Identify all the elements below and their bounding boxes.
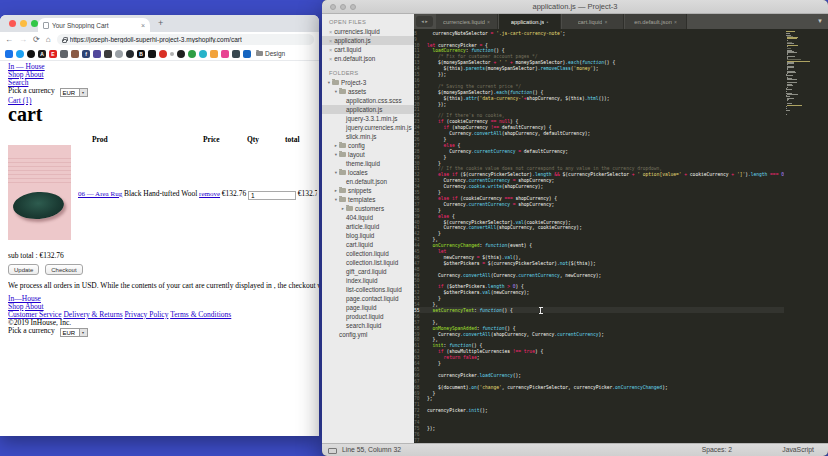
tree-file-404.liquid[interactable]: 404.liquid [322,213,414,222]
open-file-item[interactable]: ×application.js [322,36,414,45]
bookmark-icon[interactable] [115,50,123,58]
quantity-input[interactable] [248,191,296,200]
tree-folder-config[interactable]: ▸config [322,141,414,150]
bookmark-icon[interactable] [221,50,229,58]
tree-file-application.css.scss[interactable]: application.css.scss [322,96,414,105]
bookmark-icon[interactable] [71,50,79,58]
tree-file-index.liquid[interactable]: index.liquid [322,276,414,285]
tree-file-blog.liquid[interactable]: blog.liquid [322,231,414,240]
zoom-button[interactable] [350,4,356,10]
bookmark-icon[interactable] [170,52,174,56]
tree-file-config.yml[interactable]: config.yml [322,330,414,339]
tab-close-icon[interactable]: × [604,19,607,25]
tree-file-article.liquid[interactable]: article.liquid [322,222,414,231]
bookmark-icon[interactable] [27,50,35,58]
tree-file-gift_card.liquid[interactable]: gift_card.liquid [322,267,414,276]
tree-file-application.js[interactable]: application.js [322,105,414,114]
bookmark-icon[interactable] [93,50,101,58]
checkout-button[interactable]: Checkout [45,264,82,275]
reload-button[interactable]: ⟳ [33,36,40,44]
close-file-icon[interactable]: × [329,47,332,53]
address-bar[interactable]: https://joseph-bergdoll-superhi-project-… [57,34,314,45]
remove-link[interactable]: remove [199,190,220,198]
editor-tab-currencies.liquid[interactable]: currencies.liquid× [436,14,498,29]
bookmark-icon[interactable] [16,50,24,58]
editor-tab-application.js[interactable]: application.js• [499,14,561,29]
tree-folder-customers[interactable]: ▸customers [322,204,414,213]
product-link[interactable]: 06 — Area Rug [78,190,122,198]
tree-file-slick.min.js[interactable]: slick.min.js [322,132,414,141]
bookmark-icon[interactable] [104,50,112,58]
back-button[interactable]: ← [5,36,13,44]
tab-close-icon[interactable]: × [674,19,677,25]
open-file-item[interactable]: ×cart.liquid [322,45,414,54]
forward-button[interactable]: → [19,36,27,44]
minimize-button[interactable] [20,20,27,27]
syntax-setting[interactable]: JavaScript [782,444,814,456]
indent-setting[interactable]: Spaces: 2 [702,444,732,456]
tab-close-icon[interactable]: • [546,19,548,25]
secure-lock-icon[interactable] [62,39,67,43]
bookmark-icon[interactable] [243,50,251,58]
close-file-icon[interactable]: × [329,29,332,35]
bookmark-icon[interactable] [159,50,167,58]
tree-folder-Project-3[interactable]: ▾Project-3 [322,78,414,87]
tree-folder-locales[interactable]: ▾locales [322,168,414,177]
close-button[interactable] [330,4,336,10]
tree-file-en.default.json[interactable]: en.default.json [322,177,414,186]
tree-file-page.liquid[interactable]: page.liquid [322,303,414,312]
bookmark-icon[interactable]: f [82,50,90,58]
tree-file-product.liquid[interactable]: product.liquid [322,312,414,321]
tree-file-cart.liquid[interactable]: cart.liquid [322,240,414,249]
close-button[interactable] [9,20,16,27]
tree-folder-layout[interactable]: ▾layout [322,150,414,159]
tree-file-collection.liquid[interactable]: collection.liquid [322,249,414,258]
bookmark-icon[interactable] [126,50,134,58]
tree-file-theme.liquid[interactable]: theme.liquid [322,159,414,168]
bookmark-icon[interactable] [148,50,156,58]
tree-file-page.contact.liquid[interactable]: page.contact.liquid [322,294,414,303]
code-editor[interactable]: 8 currencyNoteSelector = '.js-cart-curre… [414,29,828,443]
bookmark-icon[interactable] [199,50,207,58]
tree-folder-snippets[interactable]: ▸snippets [322,186,414,195]
close-file-icon[interactable]: × [329,56,332,62]
bookmark-icon[interactable] [232,50,240,58]
footer-link[interactable]: Terms & Conditions [170,310,231,319]
footer-currency-select[interactable]: EUR ▾ [60,328,88,337]
browser-tab[interactable]: Your Shopping Cart × [38,18,150,32]
currency-select[interactable]: EUR ▾ [60,88,88,97]
close-file-icon[interactable]: × [329,38,332,44]
update-button[interactable]: Update [8,264,39,275]
bookmark-icon[interactable]: A [38,50,46,58]
home-button[interactable]: ⌂ [46,36,51,44]
editor-tab-en.default.json[interactable]: en.default.json× [625,14,687,29]
zoom-button[interactable] [31,20,38,27]
bookmark-icon[interactable] [188,50,196,58]
bookmark-icon[interactable]: B [137,50,145,58]
minimize-button[interactable] [340,4,346,10]
product-desc: Black Hand-tufted Wool [124,189,197,198]
tree-file-jquery-3.3.1.min.js[interactable]: jquery-3.3.1.min.js [322,114,414,123]
bookmark-icon[interactable] [60,50,68,58]
open-file-item[interactable]: ×en.default.json [322,54,414,63]
open-file-item[interactable]: ×currencies.liquid [322,27,414,36]
tab-overflow-icon[interactable]: ▼ [817,18,823,24]
tree-file-list-collections.liquid[interactable]: list-collections.liquid [322,285,414,294]
bookmark-icon[interactable]: E [49,50,57,58]
footer-link[interactable]: Privacy Policy [124,310,168,319]
bookmarks-folder-design[interactable]: Design [256,50,285,57]
bookmark-icon[interactable] [210,50,218,58]
bookmark-icon[interactable] [5,50,13,58]
footer-link[interactable]: Delivery & Returns [63,310,122,319]
tree-file-collection.list.liquid[interactable]: collection.list.liquid [322,258,414,267]
tree-folder-assets[interactable]: ▾assets [322,87,414,96]
minimap[interactable] [784,29,828,443]
editor-tab-cart.liquid[interactable]: cart.liquid× [562,14,624,29]
bookmark-icon[interactable] [177,50,185,58]
tab-close-icon[interactable]: × [487,19,490,25]
tree-file-search.liquid[interactable]: search.liquid [322,321,414,330]
tab-close-icon[interactable]: × [141,22,145,29]
tree-folder-templates[interactable]: ▾templates [322,195,414,204]
new-tab-button[interactable]: + [158,18,163,28]
tree-file-jquery.currencies.min.js[interactable]: jquery.currencies.min.js [322,123,414,132]
